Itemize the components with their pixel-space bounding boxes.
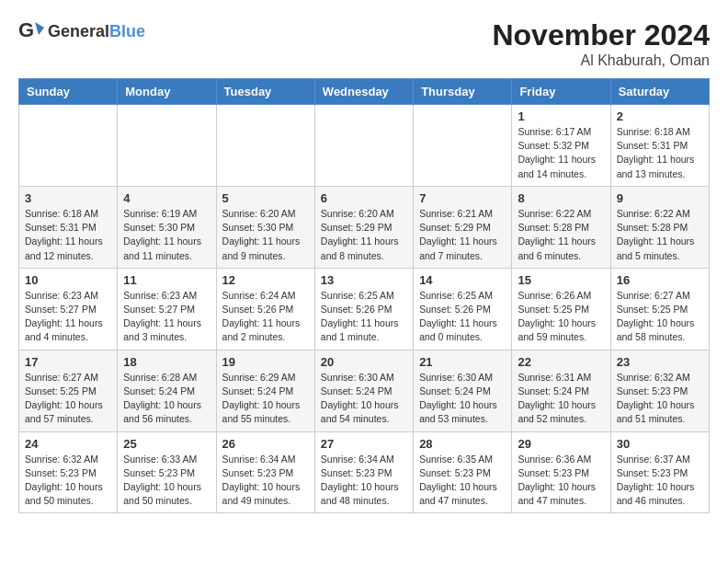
logo-general: General [48, 22, 109, 40]
calendar-cell: 28Sunrise: 6:35 AM Sunset: 5:23 PM Dayli… [414, 431, 512, 513]
day-number: 26 [222, 437, 309, 451]
day-number: 23 [617, 355, 703, 369]
day-number: 8 [518, 191, 604, 205]
weekday-header: Sunday [19, 79, 118, 105]
calendar-week-row: 1Sunrise: 6:17 AM Sunset: 5:32 PM Daylig… [19, 105, 710, 187]
day-number: 21 [419, 355, 506, 369]
calendar-cell: 9Sunrise: 6:22 AM Sunset: 5:28 PM Daylig… [610, 186, 709, 268]
location-title: Al Khaburah, Oman [492, 52, 710, 69]
day-number: 13 [321, 273, 407, 287]
calendar-cell: 30Sunrise: 6:37 AM Sunset: 5:23 PM Dayli… [610, 431, 709, 513]
calendar-cell: 6Sunrise: 6:20 AM Sunset: 5:29 PM Daylig… [314, 186, 413, 268]
calendar-week-row: 3Sunrise: 6:18 AM Sunset: 5:31 PM Daylig… [19, 186, 710, 268]
day-number: 27 [321, 437, 407, 451]
day-number: 5 [222, 191, 309, 205]
logo-blue: Blue [109, 22, 145, 40]
calendar-cell [314, 105, 413, 187]
day-number: 24 [25, 437, 111, 451]
svg-marker-1 [35, 22, 44, 35]
calendar-cell: 10Sunrise: 6:23 AM Sunset: 5:27 PM Dayli… [19, 268, 118, 350]
calendar-cell: 12Sunrise: 6:24 AM Sunset: 5:26 PM Dayli… [216, 268, 314, 350]
calendar-cell: 8Sunrise: 6:22 AM Sunset: 5:28 PM Daylig… [512, 186, 610, 268]
day-detail: Sunrise: 6:29 AM Sunset: 5:24 PM Dayligh… [222, 371, 309, 427]
calendar-cell: 4Sunrise: 6:19 AM Sunset: 5:30 PM Daylig… [118, 186, 216, 268]
day-detail: Sunrise: 6:20 AM Sunset: 5:30 PM Dayligh… [222, 207, 309, 263]
calendar-cell: 21Sunrise: 6:30 AM Sunset: 5:24 PM Dayli… [414, 350, 512, 431]
calendar-cell [19, 105, 118, 187]
weekday-header: Saturday [610, 79, 709, 105]
calendar-cell: 1Sunrise: 6:17 AM Sunset: 5:32 PM Daylig… [512, 105, 610, 187]
day-detail: Sunrise: 6:26 AM Sunset: 5:25 PM Dayligh… [518, 289, 604, 345]
day-detail: Sunrise: 6:30 AM Sunset: 5:24 PM Dayligh… [419, 371, 506, 427]
day-number: 9 [617, 191, 703, 205]
calendar-week-row: 24Sunrise: 6:32 AM Sunset: 5:23 PM Dayli… [19, 431, 710, 513]
day-detail: Sunrise: 6:27 AM Sunset: 5:25 PM Dayligh… [617, 289, 703, 345]
day-detail: Sunrise: 6:24 AM Sunset: 5:26 PM Dayligh… [222, 289, 309, 345]
calendar-cell: 18Sunrise: 6:28 AM Sunset: 5:24 PM Dayli… [118, 350, 216, 431]
day-detail: Sunrise: 6:28 AM Sunset: 5:24 PM Dayligh… [123, 371, 210, 427]
weekday-header: Tuesday [216, 79, 314, 105]
day-detail: Sunrise: 6:32 AM Sunset: 5:23 PM Dayligh… [617, 371, 703, 427]
day-number: 18 [123, 355, 210, 369]
day-detail: Sunrise: 6:32 AM Sunset: 5:23 PM Dayligh… [25, 453, 111, 509]
day-detail: Sunrise: 6:34 AM Sunset: 5:23 PM Dayligh… [321, 453, 407, 509]
calendar-cell: 19Sunrise: 6:29 AM Sunset: 5:24 PM Dayli… [216, 350, 314, 431]
calendar-cell: 22Sunrise: 6:31 AM Sunset: 5:24 PM Dayli… [512, 350, 610, 431]
page-header: G GeneralBlue November 2024 Al Khaburah,… [18, 18, 710, 69]
calendar-table: SundayMondayTuesdayWednesdayThursdayFrid… [18, 78, 710, 513]
day-number: 1 [518, 109, 604, 123]
day-number: 2 [617, 109, 703, 123]
calendar-cell [216, 105, 314, 187]
day-detail: Sunrise: 6:23 AM Sunset: 5:27 PM Dayligh… [25, 289, 111, 345]
day-number: 22 [518, 355, 604, 369]
logo-icon: G [18, 18, 44, 44]
day-number: 10 [25, 273, 111, 287]
day-number: 11 [123, 273, 210, 287]
calendar-cell [118, 105, 216, 187]
day-detail: Sunrise: 6:31 AM Sunset: 5:24 PM Dayligh… [518, 371, 604, 427]
day-number: 12 [222, 273, 309, 287]
day-number: 29 [518, 437, 604, 451]
calendar-cell: 13Sunrise: 6:25 AM Sunset: 5:26 PM Dayli… [314, 268, 413, 350]
calendar-cell: 7Sunrise: 6:21 AM Sunset: 5:29 PM Daylig… [414, 186, 512, 268]
day-detail: Sunrise: 6:18 AM Sunset: 5:31 PM Dayligh… [25, 207, 111, 263]
day-number: 30 [617, 437, 703, 451]
day-detail: Sunrise: 6:37 AM Sunset: 5:23 PM Dayligh… [617, 453, 703, 509]
day-number: 14 [419, 273, 506, 287]
calendar-cell: 15Sunrise: 6:26 AM Sunset: 5:25 PM Dayli… [512, 268, 610, 350]
calendar-cell: 23Sunrise: 6:32 AM Sunset: 5:23 PM Dayli… [610, 350, 709, 431]
calendar-cell: 2Sunrise: 6:18 AM Sunset: 5:31 PM Daylig… [610, 105, 709, 187]
day-detail: Sunrise: 6:22 AM Sunset: 5:28 PM Dayligh… [518, 207, 604, 263]
day-number: 19 [222, 355, 309, 369]
calendar-week-row: 10Sunrise: 6:23 AM Sunset: 5:27 PM Dayli… [19, 268, 710, 350]
day-number: 28 [419, 437, 506, 451]
day-detail: Sunrise: 6:19 AM Sunset: 5:30 PM Dayligh… [123, 207, 210, 263]
calendar-cell [414, 105, 512, 187]
day-detail: Sunrise: 6:21 AM Sunset: 5:29 PM Dayligh… [419, 207, 506, 263]
calendar-cell: 24Sunrise: 6:32 AM Sunset: 5:23 PM Dayli… [19, 431, 118, 513]
day-detail: Sunrise: 6:23 AM Sunset: 5:27 PM Dayligh… [123, 289, 210, 345]
day-number: 15 [518, 273, 604, 287]
day-number: 7 [419, 191, 506, 205]
day-detail: Sunrise: 6:25 AM Sunset: 5:26 PM Dayligh… [419, 289, 506, 345]
day-number: 3 [25, 191, 111, 205]
day-detail: Sunrise: 6:22 AM Sunset: 5:28 PM Dayligh… [617, 207, 703, 263]
weekday-header: Wednesday [314, 79, 413, 105]
calendar-cell: 11Sunrise: 6:23 AM Sunset: 5:27 PM Dayli… [118, 268, 216, 350]
day-number: 4 [123, 191, 210, 205]
weekday-header: Monday [118, 79, 216, 105]
day-detail: Sunrise: 6:36 AM Sunset: 5:23 PM Dayligh… [518, 453, 604, 509]
month-title: November 2024 [492, 18, 710, 52]
day-number: 25 [123, 437, 210, 451]
day-detail: Sunrise: 6:33 AM Sunset: 5:23 PM Dayligh… [123, 453, 210, 509]
calendar-cell: 26Sunrise: 6:34 AM Sunset: 5:23 PM Dayli… [216, 431, 314, 513]
day-number: 6 [321, 191, 407, 205]
day-number: 20 [321, 355, 407, 369]
day-detail: Sunrise: 6:34 AM Sunset: 5:23 PM Dayligh… [222, 453, 309, 509]
calendar-cell: 14Sunrise: 6:25 AM Sunset: 5:26 PM Dayli… [414, 268, 512, 350]
weekday-header: Friday [512, 79, 610, 105]
calendar-cell: 27Sunrise: 6:34 AM Sunset: 5:23 PM Dayli… [314, 431, 413, 513]
day-detail: Sunrise: 6:25 AM Sunset: 5:26 PM Dayligh… [321, 289, 407, 345]
day-detail: Sunrise: 6:18 AM Sunset: 5:31 PM Dayligh… [617, 125, 703, 181]
day-detail: Sunrise: 6:35 AM Sunset: 5:23 PM Dayligh… [419, 453, 506, 509]
